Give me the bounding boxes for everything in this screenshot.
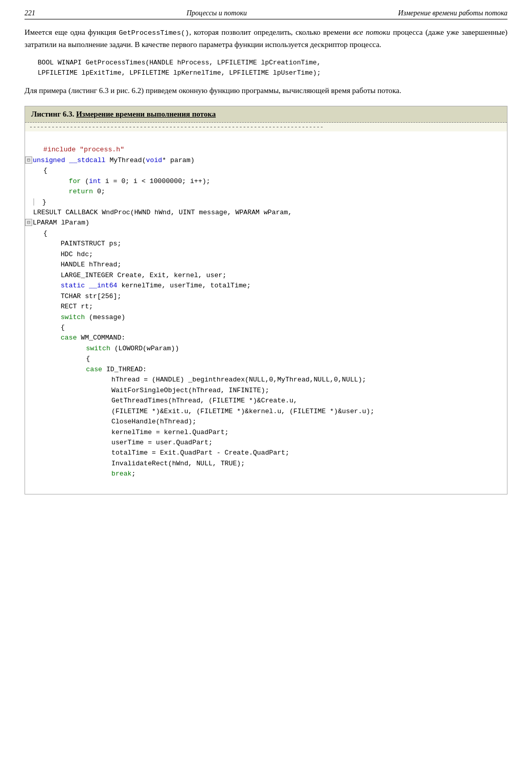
code-line-21: { [25, 354, 503, 364]
code-line-30: totalTime = Exit.QuadPart - Create.QuadP… [25, 448, 503, 458]
italic-text: все потоки [353, 28, 390, 36]
code-line-22: case ID_THREAD: [25, 365, 503, 375]
code-area: #include "process.h" ⊟unsigned __stdcall… [25, 131, 507, 494]
code-line-32: break; [25, 469, 503, 479]
code-line-13: LARGE_INTEGER Create, Exit, kernel, user… [25, 270, 503, 281]
code-line-16: RECT rt; [25, 302, 503, 312]
code-line-24: WaitForSingleObject(hThread, INFINITE); [25, 386, 503, 396]
code-line-12: HANDLE hThread; [25, 260, 503, 270]
code-line-5: return 0; [25, 187, 503, 197]
listing-title-text: Листинг 6.3. Измерение времени выполнени… [31, 110, 216, 118]
code-line-6: } [25, 197, 503, 208]
code-line-28: kernelTime = kernel.QuadPart; [25, 427, 503, 438]
code-line-10: PAINTSTRUCT ps; [25, 239, 503, 249]
code-line-4: for (int i = 0; i < 10000000; i++); [25, 176, 503, 187]
inline-code-getprocesstimes: GetProcessTimes() [119, 29, 189, 37]
code-line-20: switch (LOWORD(wParam)) [25, 344, 503, 354]
collapse-icon-1[interactable]: ⊟ [25, 156, 32, 164]
example-paragraph: Для примера (листинг 6.3 и рис. 6.2) при… [25, 85, 507, 97]
page-number: 221 [25, 9, 35, 17]
code-line-19: case WM_COMMAND: [25, 333, 503, 343]
collapse-icon-2[interactable]: ⊟ [25, 219, 32, 226]
header-chapter: Процессы и потоки [187, 9, 247, 17]
code-line-3: { [25, 166, 503, 176]
listing-box: Листинг 6.3. Измерение времени выполнени… [25, 106, 507, 494]
code-line-14: static __int64 kernelTime, userTime, tot… [25, 281, 503, 291]
code-line-31: InvalidateRect(hWnd, NULL, TRUE); [25, 459, 503, 469]
listing-title-underline: Измерение времени выполнения потока [76, 110, 216, 118]
code-line-15: TCHAR str[256]; [25, 291, 503, 302]
code-line-18: { [25, 323, 503, 333]
code-line-2: ⊟unsigned __stdcall MyThread(void* param… [25, 155, 503, 166]
intro-paragraph: Имеется еще одна функция GetProcessTimes… [25, 27, 507, 51]
code-line-26: (FILETIME *)&Exit.u, (FILETIME *)&kernel… [25, 407, 503, 417]
code-line-29: userTime = user.QuadPart; [25, 438, 503, 448]
code-line-1: #include "process.h" [25, 145, 503, 155]
page-header: 221 Процессы и потоки Измерение времени … [25, 9, 507, 19]
code-line-11: HDC hdc; [25, 250, 503, 260]
code-line-27: CloseHandle(hThread); [25, 417, 503, 427]
listing-dashes: ----------------------------------------… [25, 123, 507, 131]
code-line-7: LRESULT CALLBACK WndProc(HWND hWnd, UINT… [25, 208, 503, 218]
api-signature: BOOL WINAPI GetProcessTimes(HANDLE hProc… [25, 56, 507, 80]
code-line-17: switch (message) [25, 312, 503, 323]
code-line-8: ⊟LPARAM lParam) [25, 218, 503, 228]
code-line-25: GetThreadTimes(hThread, (FILETIME *)&Cre… [25, 396, 503, 406]
code-line-9: { [25, 229, 503, 239]
listing-title: Листинг 6.3. Измерение времени выполнени… [25, 106, 507, 123]
code-line-23: hThread = (HANDLE) _beginthreadex(NULL,0… [25, 375, 503, 385]
header-section: Измерение времени работы потока [398, 9, 507, 17]
